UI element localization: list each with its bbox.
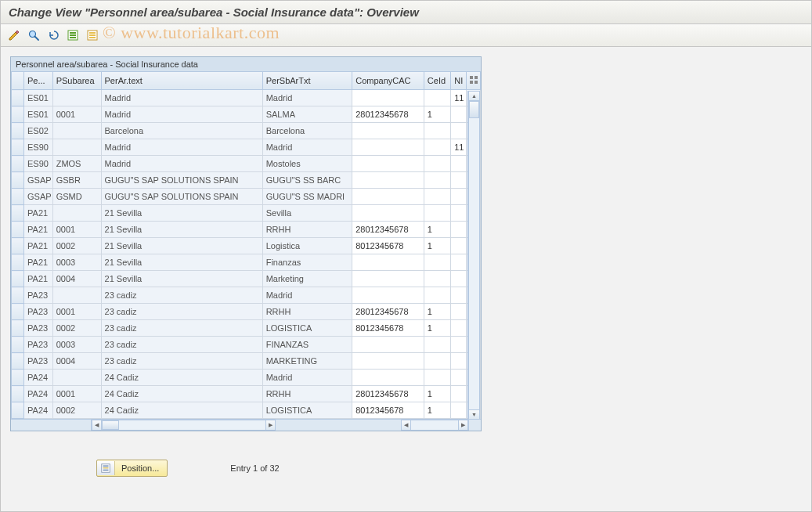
- cell-ceid[interactable]: [424, 370, 450, 386]
- cell-ceid[interactable]: [424, 139, 450, 156]
- scroll-right-button[interactable]: ▶: [265, 420, 276, 431]
- col-psubarea[interactable]: PSubarea: [52, 72, 101, 90]
- cell-ceid[interactable]: [424, 353, 450, 370]
- cell-ceid[interactable]: [424, 189, 450, 205]
- table-row[interactable]: PA2424 CadizMadrid: [12, 370, 481, 386]
- col-select[interactable]: [12, 72, 24, 90]
- cell-ni[interactable]: [451, 386, 466, 402]
- row-selector[interactable]: [12, 402, 24, 419]
- table-row[interactable]: PA23000423 cadizMARKETING: [12, 353, 481, 370]
- cell-ceid[interactable]: 1: [424, 402, 450, 419]
- cell-cac[interactable]: 8012345678: [352, 402, 424, 419]
- cell-ni[interactable]: [451, 353, 466, 370]
- row-selector[interactable]: [12, 320, 24, 337]
- cell-ceid[interactable]: 1: [424, 304, 450, 320]
- row-selector[interactable]: [12, 238, 24, 254]
- row-selector[interactable]: [12, 205, 24, 222]
- cell-ceid[interactable]: 1: [424, 222, 450, 238]
- cell-ceid[interactable]: 1: [424, 238, 450, 254]
- scroll-right-button-2[interactable]: ▶: [458, 420, 468, 431]
- cell-ni[interactable]: [451, 205, 466, 222]
- row-selector[interactable]: [12, 106, 24, 123]
- table-row[interactable]: PA21000421 SevillaMarketing: [12, 271, 481, 287]
- scroll-left-button[interactable]: ◀: [92, 420, 102, 431]
- table-row[interactable]: ES01MadridMadrid11: [12, 90, 481, 106]
- cell-ceid[interactable]: [424, 123, 450, 139]
- cell-cac[interactable]: [352, 205, 424, 222]
- cell-cac[interactable]: [352, 172, 424, 189]
- cell-cac[interactable]: [352, 90, 424, 106]
- row-selector[interactable]: [12, 189, 24, 205]
- cell-ceid[interactable]: [424, 271, 450, 287]
- row-selector[interactable]: [12, 353, 24, 370]
- cell-cac[interactable]: [352, 337, 424, 353]
- cell-ni[interactable]: [451, 304, 466, 320]
- scroll-thumb[interactable]: [469, 101, 479, 118]
- cell-ceid[interactable]: [424, 205, 450, 222]
- row-selector[interactable]: [12, 370, 24, 386]
- cell-ceid[interactable]: 1: [424, 386, 450, 402]
- row-selector[interactable]: [12, 172, 24, 189]
- cell-ceid[interactable]: 1: [424, 106, 450, 123]
- hscroll-thumb[interactable]: [102, 420, 119, 430]
- cell-cac[interactable]: [352, 287, 424, 304]
- table-row[interactable]: ES90MadridMadrid11: [12, 139, 481, 156]
- table-row[interactable]: ES02BarcelonaBarcelona: [12, 123, 481, 139]
- row-selector[interactable]: [12, 386, 24, 402]
- cell-cac[interactable]: [352, 189, 424, 205]
- table-row[interactable]: GSAPGSBRGUGU"S SAP SOLUTIONS SPAINGUGU"S…: [12, 172, 481, 189]
- toggle-display-change-button[interactable]: [5, 27, 23, 43]
- scroll-up-button[interactable]: ▲: [468, 91, 480, 101]
- col-pe[interactable]: Pe...: [24, 72, 53, 90]
- cell-cac[interactable]: 28012345678: [352, 106, 424, 123]
- cell-ni[interactable]: [451, 123, 466, 139]
- cell-ni[interactable]: [451, 370, 466, 386]
- undo-button[interactable]: [45, 27, 62, 43]
- row-selector[interactable]: [12, 139, 24, 156]
- cell-cac[interactable]: 28012345678: [352, 304, 424, 320]
- table-row[interactable]: PA23000323 cadizFINANZAS: [12, 337, 481, 353]
- cell-cac[interactable]: [352, 139, 424, 156]
- cell-cac[interactable]: 28012345678: [352, 222, 424, 238]
- table-row[interactable]: ES010001MadridSALMA280123456781: [12, 106, 481, 123]
- table-row[interactable]: PA21000221 SevillaLogistica80123456781: [12, 238, 481, 254]
- col-persbar-txt[interactable]: PerSbArTxt: [262, 72, 352, 90]
- row-selector[interactable]: [12, 287, 24, 304]
- cell-ni[interactable]: [451, 172, 466, 189]
- cell-ceid[interactable]: 1: [424, 320, 450, 337]
- table-row[interactable]: PA23000223 cadizLOGISTICA80123456781: [12, 320, 481, 337]
- hscroll-track-2[interactable]: [411, 420, 458, 431]
- table-row[interactable]: PA21000321 SevillaFinanzas: [12, 254, 481, 271]
- horizontal-scrollbar[interactable]: ◀ ▶ ◀ ▶: [11, 419, 481, 431]
- cell-cac[interactable]: 28012345678: [352, 386, 424, 402]
- table-row[interactable]: PA2121 SevillaSevilla: [12, 205, 481, 222]
- row-selector[interactable]: [12, 123, 24, 139]
- row-selector[interactable]: [12, 156, 24, 172]
- col-company-cac[interactable]: CompanyCAC: [352, 72, 424, 90]
- cell-ceid[interactable]: [424, 90, 450, 106]
- cell-cac[interactable]: [352, 156, 424, 172]
- row-selector[interactable]: [12, 254, 24, 271]
- table-row[interactable]: PA24000124 CadizRRHH280123456781: [12, 386, 481, 402]
- position-button[interactable]: Position...: [96, 460, 168, 477]
- cell-ceid[interactable]: [424, 337, 450, 353]
- details-button[interactable]: [25, 27, 42, 43]
- table-row[interactable]: PA2323 cadizMadrid: [12, 287, 481, 304]
- table-row[interactable]: PA24000224 CadizLOGISTICA80123456781: [12, 402, 481, 419]
- row-selector[interactable]: [12, 222, 24, 238]
- row-selector[interactable]: [12, 337, 24, 353]
- table-config-button[interactable]: [466, 72, 480, 90]
- cell-cac[interactable]: [352, 370, 424, 386]
- row-selector[interactable]: [12, 304, 24, 320]
- cell-ceid[interactable]: [424, 156, 450, 172]
- cell-ceid[interactable]: [424, 254, 450, 271]
- cell-cac[interactable]: 8012345678: [352, 238, 424, 254]
- cell-ni[interactable]: [451, 189, 466, 205]
- cell-ceid[interactable]: [424, 172, 450, 189]
- cell-ni[interactable]: 11: [451, 139, 466, 156]
- cell-ni[interactable]: [451, 287, 466, 304]
- cell-ni[interactable]: [451, 320, 466, 337]
- table-row[interactable]: GSAPGSMDGUGU"S SAP SOLUTIONS SPAINGUGU"S…: [12, 189, 481, 205]
- cell-cac[interactable]: 8012345678: [352, 320, 424, 337]
- cell-ceid[interactable]: [424, 287, 450, 304]
